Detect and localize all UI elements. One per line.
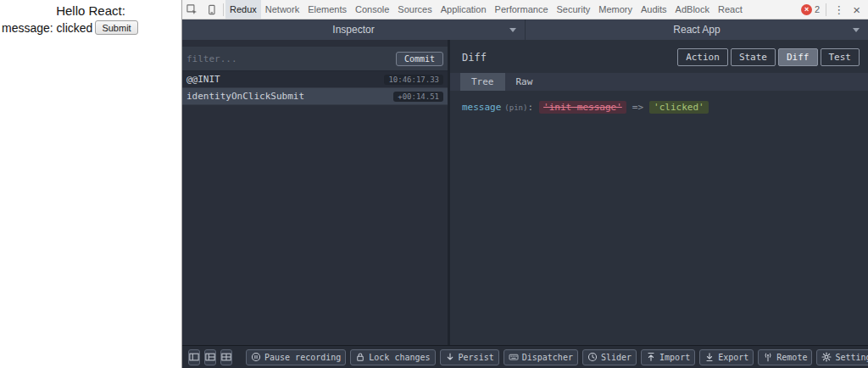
page-title: Hello React:: [0, 0, 181, 18]
action-mode-button[interactable]: Action: [677, 48, 728, 66]
inspector-select-label: Inspector: [332, 24, 374, 36]
state-mode-button[interactable]: State: [731, 48, 776, 66]
test-mode-button[interactable]: Test: [821, 48, 860, 66]
tab-performance[interactable]: Performance: [491, 0, 553, 19]
raw-tab[interactable]: Raw: [505, 73, 544, 91]
layout-grid-button[interactable]: [220, 349, 232, 365]
tab-network[interactable]: Network: [261, 0, 303, 19]
submit-button[interactable]: Submit: [95, 20, 137, 35]
import-button[interactable]: Import: [641, 349, 695, 365]
devtools-panel: Redux Network Elements Console Sources A…: [181, 0, 868, 368]
filter-input[interactable]: [186, 53, 391, 64]
settings-button[interactable]: Settings: [816, 349, 868, 365]
inspect-element-icon[interactable]: [182, 0, 202, 19]
devtools-tabs: Redux Network Elements Console Sources A…: [225, 0, 747, 19]
diff-removed-value: 'init message': [539, 101, 626, 114]
diff-view: message (pin) : 'init message' => 'click…: [450, 91, 868, 124]
tab-application[interactable]: Application: [437, 0, 491, 19]
diff-mode-button[interactable]: Diff: [778, 48, 818, 66]
action-name: identityOnClickSubmit: [186, 91, 304, 102]
view-tab-row: Tree Raw: [450, 73, 868, 91]
action-row-identity-on-click-submit[interactable]: identityOnClickSubmit +00:14.51: [182, 88, 448, 105]
devtools-topbar-right: × 2 ⋮ ×: [801, 3, 868, 17]
chevron-down-icon: [509, 28, 516, 32]
action-row-init[interactable]: @@INIT 10:46:17.33: [182, 71, 448, 88]
divider: [223, 3, 224, 16]
import-label: Import: [659, 353, 690, 362]
tab-sources[interactable]: Sources: [393, 0, 436, 19]
layout-three-pane-icon: [205, 352, 215, 362]
persist-arrow-icon: [445, 352, 455, 362]
close-icon[interactable]: ×: [849, 3, 865, 17]
settings-label: Settings: [835, 353, 868, 362]
message-text: message: clicked: [2, 21, 92, 35]
pause-recording-label: Pause recording: [264, 353, 341, 362]
persist-button[interactable]: Persist: [440, 349, 499, 365]
diff-colon: :: [527, 102, 533, 113]
action-list-panel: Commit @@INIT 10:46:17.33 identityOnClic…: [182, 40, 450, 345]
persist-label: Persist: [459, 353, 494, 362]
detail-panel-header: Diff Action State Diff Test: [450, 40, 868, 73]
keyboard-icon: [509, 352, 519, 362]
instance-select-label: React App: [673, 24, 720, 36]
tab-elements[interactable]: Elements: [303, 0, 351, 19]
diff-key: message: [462, 102, 501, 113]
diff-pin-label: (pin): [504, 103, 527, 112]
tab-audits[interactable]: Audits: [637, 0, 671, 19]
tab-console[interactable]: Console: [351, 0, 393, 19]
tree-tab[interactable]: Tree: [460, 73, 505, 91]
action-detail-panel: Diff Action State Diff Test Tree Raw mes…: [450, 40, 868, 345]
instance-select-react-app[interactable]: React App: [525, 20, 868, 40]
layout-three-pane-button[interactable]: [204, 349, 216, 365]
remote-antenna-icon: [763, 352, 773, 362]
dispatcher-label: Dispatcher: [522, 353, 573, 362]
mode-button-group: Action State Diff Test: [677, 48, 860, 66]
bottom-toolbar: Pause recording Lock changes Persist: [182, 345, 868, 368]
export-button[interactable]: Export: [699, 349, 754, 365]
export-icon: [704, 352, 715, 362]
console-error-badge[interactable]: × 2: [801, 4, 820, 15]
panel-title: Diff: [462, 52, 487, 64]
chevron-down-icon: [853, 28, 860, 32]
diff-arrow: =>: [632, 102, 643, 113]
layout-two-pane-button[interactable]: [188, 349, 200, 365]
clock-icon: [587, 352, 598, 362]
dispatcher-button[interactable]: Dispatcher: [504, 349, 578, 365]
tab-security[interactable]: Security: [553, 0, 595, 19]
commit-button[interactable]: Commit: [396, 52, 443, 66]
action-timestamp: 10:46:17.33: [384, 75, 443, 85]
monitor-select-inspector[interactable]: Inspector: [182, 20, 525, 40]
device-toolbar-icon[interactable]: [202, 0, 221, 19]
import-icon: [646, 352, 656, 362]
message-line: message: clicked Submit: [0, 20, 181, 35]
gear-icon: [821, 352, 832, 362]
diff-added-value: 'clicked': [649, 101, 709, 114]
remote-label: Remote: [776, 353, 807, 362]
slider-button[interactable]: Slider: [582, 349, 637, 365]
lock-icon: [355, 352, 365, 362]
slider-label: Slider: [601, 353, 632, 362]
error-icon: ×: [801, 4, 812, 15]
lock-changes-label: Lock changes: [369, 353, 430, 362]
action-name: @@INIT: [186, 74, 220, 85]
inspector-main: Commit @@INIT 10:46:17.33 identityOnClic…: [182, 40, 868, 345]
tab-redux[interactable]: Redux: [225, 0, 261, 19]
pause-recording-button[interactable]: Pause recording: [246, 349, 346, 365]
pause-icon: [251, 352, 261, 362]
layout-two-pane-icon: [189, 352, 199, 362]
tab-adblock[interactable]: AdBlock: [671, 0, 714, 19]
kebab-menu-icon[interactable]: ⋮: [828, 3, 849, 16]
export-label: Export: [718, 353, 748, 362]
devtools-tab-bar: Redux Network Elements Console Sources A…: [182, 0, 868, 20]
error-count: 2: [815, 4, 820, 14]
tab-react[interactable]: React: [714, 0, 747, 19]
layout-grid-icon: [221, 352, 231, 362]
monitor-selector-bar: Inspector React App: [182, 20, 868, 40]
lock-changes-button[interactable]: Lock changes: [350, 349, 435, 365]
action-timestamp: +00:14.51: [393, 92, 443, 102]
screen: Hello React: message: clicked Submit: [0, 0, 868, 368]
remote-button[interactable]: Remote: [758, 349, 812, 365]
tab-memory[interactable]: Memory: [594, 0, 637, 19]
webpage: Hello React: message: clicked Submit: [0, 0, 181, 368]
action-filter-row: Commit: [182, 47, 448, 71]
